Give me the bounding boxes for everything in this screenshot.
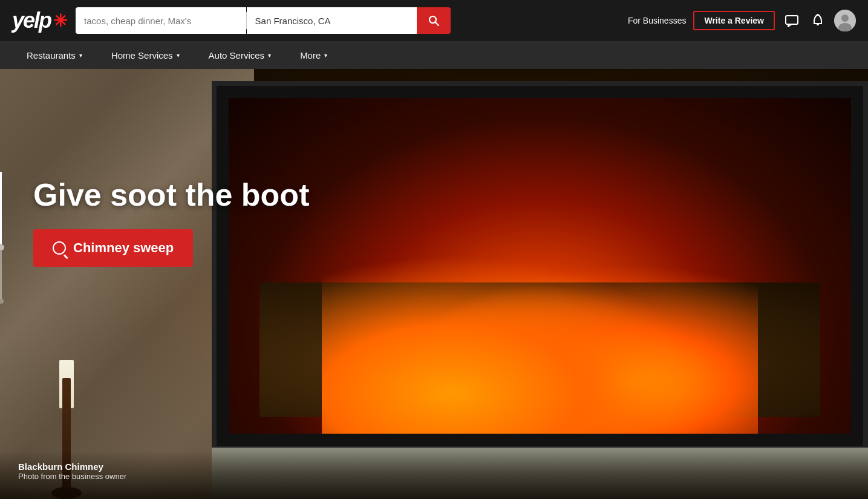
carousel-indicator <box>0 172 4 304</box>
messages-icon <box>785 13 799 28</box>
nav-auto-services-label: Auto Services <box>209 50 265 60</box>
search-bar <box>76 7 451 34</box>
photo-credit: Blackburn Chimney Photo from the busines… <box>18 461 126 481</box>
fireplace-frame <box>212 81 868 451</box>
nav-home-services-label: Home Services <box>111 50 173 60</box>
chevron-down-icon: ▾ <box>79 52 82 59</box>
svg-rect-3 <box>817 24 819 25</box>
header: yelp ✳ For Businesses Write a Review <box>0 0 868 41</box>
yelp-logo[interactable]: yelp ✳ <box>12 8 66 33</box>
svg-point-6 <box>841 15 849 22</box>
header-actions: For Businesses Write a Review <box>628 10 856 31</box>
nav-item-restaurants[interactable]: Restaurants ▾ <box>12 41 97 69</box>
indicator-line-active <box>0 172 2 244</box>
chevron-down-icon: ▾ <box>268 52 271 59</box>
indicator-line-inactive <box>0 250 2 299</box>
hero-section: Give soot the boot Chimney sweep Blackbu… <box>0 69 868 499</box>
hero-content: Give soot the boot Chimney sweep <box>33 178 309 267</box>
nav-item-more[interactable]: More ▾ <box>286 41 342 69</box>
chimney-sweep-label: Chimney sweep <box>73 240 174 256</box>
nav-restaurants-label: Restaurants <box>27 50 76 60</box>
nav-item-home-services[interactable]: Home Services ▾ <box>97 41 194 69</box>
yelp-burst-icon: ✳ <box>53 11 66 31</box>
notifications-button[interactable] <box>809 11 827 30</box>
svg-line-1 <box>436 22 439 26</box>
nav-item-auto-services[interactable]: Auto Services ▾ <box>194 41 286 69</box>
yelp-text: yelp <box>12 8 51 33</box>
search-submit-button[interactable] <box>417 7 451 34</box>
svg-rect-2 <box>786 16 798 24</box>
search-near-input[interactable] <box>247 7 417 34</box>
avatar-icon <box>834 10 856 31</box>
nav-more-label: More <box>300 50 321 60</box>
search-icon <box>428 15 440 27</box>
messages-button[interactable] <box>782 11 801 30</box>
bell-icon <box>811 13 824 28</box>
indicator-dot-active <box>0 244 4 250</box>
write-review-button[interactable]: Write a Review <box>693 11 775 30</box>
indicator-dot-inactive <box>0 299 4 304</box>
chimney-sweep-button[interactable]: Chimney sweep <box>33 229 193 267</box>
hero-title: Give soot the boot <box>33 178 309 212</box>
chevron-down-icon: ▾ <box>324 52 327 59</box>
search-find-input[interactable] <box>76 7 246 34</box>
fireplace-flames <box>322 232 757 434</box>
fireplace-inner <box>229 98 851 434</box>
user-avatar[interactable] <box>834 10 856 31</box>
photo-credit-subtitle: Photo from the business owner <box>18 472 126 481</box>
hero-bottom-overlay <box>0 451 868 499</box>
search-icon <box>53 241 66 255</box>
for-businesses-link[interactable]: For Businesses <box>628 16 686 25</box>
photo-credit-name: Blackburn Chimney <box>18 461 126 472</box>
chevron-down-icon: ▾ <box>177 52 180 59</box>
main-nav: Restaurants ▾ Home Services ▾ Auto Servi… <box>0 41 868 69</box>
